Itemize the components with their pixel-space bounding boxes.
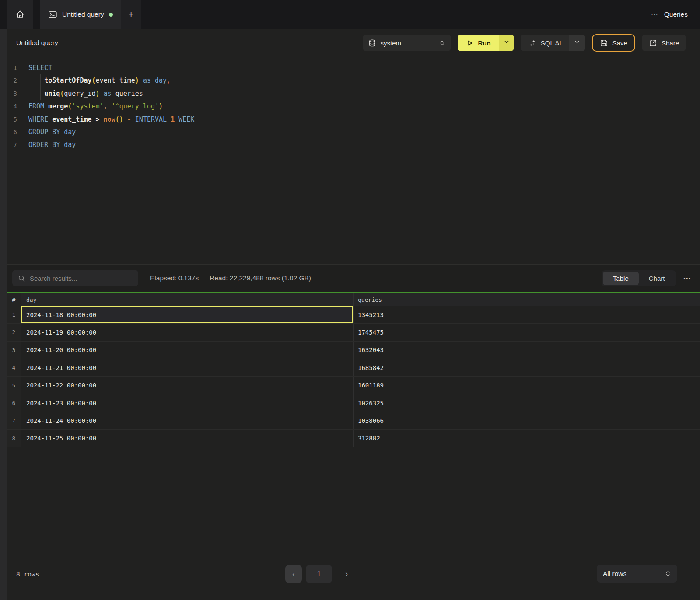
sparkles-icon (528, 39, 536, 47)
search-icon (18, 275, 25, 282)
code-line[interactable]: 4FROM merge('system', '^query_log') (0, 100, 700, 113)
table-row: 62024-11-23 00:00:001026325 (7, 394, 700, 412)
code-line[interactable]: 1SELECT (0, 62, 700, 74)
queries-link[interactable]: Queries (664, 10, 688, 18)
row-number-cell: 6 (7, 394, 21, 412)
chevron-up-down-icon (439, 40, 445, 46)
run-options-button[interactable] (499, 35, 514, 51)
share-button[interactable]: Share (642, 35, 686, 51)
code-text: GROUP BY day (21, 126, 76, 139)
pagination: ‹ 1 › (285, 565, 354, 583)
code-text: SELECT (21, 62, 52, 74)
row-number-cell: 1 (7, 306, 21, 323)
code-line[interactable]: 3 uniq(query_id) as queries (0, 87, 700, 100)
run-button[interactable]: Run (458, 35, 499, 51)
index-column-header: # (7, 293, 21, 306)
day-cell[interactable]: 2024-11-25 00:00:00 (21, 430, 354, 447)
sql-ai-button[interactable]: SQL AI (521, 35, 569, 51)
queries-cell[interactable]: 1601189 (354, 377, 686, 394)
queries-cell[interactable]: 1345213 (354, 306, 686, 323)
day-cell[interactable]: 2024-11-19 00:00:00 (21, 324, 354, 341)
sidebar-toggle-icon[interactable]: ⋯ (651, 10, 658, 19)
queries-cell[interactable]: 1745475 (354, 324, 686, 341)
day-cell[interactable]: 2024-11-22 00:00:00 (21, 377, 354, 394)
current-page-button[interactable]: 1 (306, 565, 332, 583)
day-column-header[interactable]: day (21, 293, 354, 306)
code-line[interactable]: 5WHERE event_time > now() - INTERVAL 1 W… (0, 113, 700, 126)
day-cell[interactable]: 2024-11-24 00:00:00 (21, 412, 354, 429)
table-row: 42024-11-21 00:00:001685842 (7, 359, 700, 377)
day-cell[interactable]: 2024-11-18 00:00:00 (21, 306, 354, 323)
tab-untitled-query[interactable]: Untitled query (40, 0, 121, 29)
row-number-cell: 8 (7, 430, 21, 447)
chevron-down-icon (504, 39, 510, 47)
home-icon (15, 10, 25, 19)
row-number-cell: 4 (7, 359, 21, 376)
code-text: WHERE event_time > now() - INTERVAL 1 WE… (21, 113, 194, 126)
code-text: ORDER BY day (21, 139, 76, 151)
chevron-up-down-icon (665, 570, 671, 577)
row-end-gutter (686, 394, 700, 412)
tab-table-view[interactable]: Table (603, 272, 639, 285)
view-toggle: Table Chart (602, 270, 676, 286)
queries-cell[interactable]: 312882 (354, 430, 686, 447)
unsaved-status-dot (109, 13, 113, 17)
sql-ai-options-button[interactable] (569, 35, 585, 51)
queries-cell[interactable]: 1685842 (354, 359, 686, 376)
search-results-box (12, 270, 138, 286)
row-end-gutter (686, 430, 700, 447)
database-select-value: system (381, 39, 434, 47)
run-button-group: Run (458, 35, 514, 51)
row-number-cell: 2 (7, 324, 21, 341)
table-row: 22024-11-19 00:00:001745475 (7, 324, 700, 341)
play-icon (466, 39, 473, 47)
day-cell[interactable]: 2024-11-23 00:00:00 (21, 394, 354, 412)
queries-column-header[interactable]: queries (354, 293, 686, 306)
queries-cell[interactable]: 1632043 (354, 342, 686, 359)
indent-guide (40, 74, 41, 87)
new-tab-button[interactable]: + (121, 0, 141, 29)
home-button[interactable] (7, 0, 33, 29)
row-end-gutter (686, 306, 700, 323)
queries-cell[interactable]: 1038066 (354, 412, 686, 429)
search-results-input[interactable] (30, 275, 133, 282)
prev-page-button[interactable]: ‹ (285, 565, 302, 583)
results-toolbar: Elapsed: 0.137s Read: 22,229,488 rows (1… (0, 264, 700, 292)
day-cell[interactable]: 2024-11-21 00:00:00 (21, 359, 354, 376)
results-footer: 8 rows ‹ 1 › All rows (0, 560, 700, 600)
table-row: 12024-11-18 00:00:001345213 (7, 306, 700, 324)
results-menu-button[interactable]: ••• (683, 276, 691, 281)
page-size-value: All rows (603, 570, 660, 578)
tab-chart-view[interactable]: Chart (639, 272, 675, 285)
tab-title: Untitled query (62, 10, 104, 18)
results-table: # day queries 12024-11-18 00:00:00134521… (0, 293, 700, 560)
read-stat: Read: 22,229,488 rows (1.02 GB) (210, 274, 311, 282)
indent-guide (40, 87, 41, 100)
chevron-down-icon (574, 39, 580, 47)
save-button[interactable]: Save (592, 34, 635, 52)
left-edge-strip (0, 29, 7, 600)
terminal-icon (48, 10, 57, 19)
code-text: FROM merge('system', '^query_log') (21, 100, 163, 113)
table-row: 32024-11-20 00:00:001632043 (7, 342, 700, 359)
table-empty-area (0, 447, 700, 560)
sql-editor[interactable]: 1SELECT2 toStartOfDay(event_time) as day… (0, 57, 700, 264)
code-line[interactable]: 7ORDER BY day (0, 139, 700, 151)
page-size-select[interactable]: All rows (597, 565, 677, 583)
header-end-gutter (686, 293, 700, 306)
database-select[interactable]: system (363, 35, 451, 51)
table-row: 52024-11-22 00:00:001601189 (7, 377, 700, 394)
row-number-cell: 5 (7, 377, 21, 394)
day-cell[interactable]: 2024-11-20 00:00:00 (21, 342, 354, 359)
database-icon (368, 39, 376, 47)
table-header-row: # day queries (7, 293, 700, 306)
row-number-cell: 3 (7, 342, 21, 359)
row-end-gutter (686, 412, 700, 429)
sql-ai-button-group: SQL AI (521, 35, 585, 51)
code-line[interactable]: 2 toStartOfDay(event_time) as day, (0, 74, 700, 87)
code-line[interactable]: 6GROUP BY day (0, 126, 700, 139)
row-end-gutter (686, 359, 700, 376)
next-page-button[interactable]: › (339, 565, 354, 583)
tabbar-spacer (141, 0, 651, 29)
queries-cell[interactable]: 1026325 (354, 394, 686, 412)
